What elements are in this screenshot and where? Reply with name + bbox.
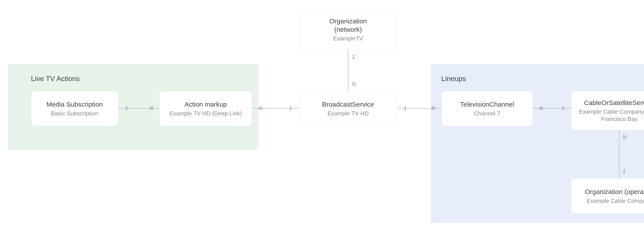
cardinality-label: 1 [352, 54, 355, 60]
node-title: Organization (operator) [585, 188, 644, 196]
node-title: TelevisionChannel [460, 100, 514, 109]
cardinality-label: 1 [289, 105, 292, 112]
group-title-live-tv-actions: Live TV Actions [31, 75, 80, 83]
diagram-canvas: Live TV Actions Lineups Organization (ne… [0, 0, 644, 226]
cardinality-label: 1 [622, 168, 626, 174]
cardinality-label: 1 [404, 105, 406, 112]
node-television-channel: TelevisionChannel Channel 7 [441, 91, 533, 126]
node-subtitle: Example TV HD [328, 110, 369, 117]
node-cable-or-satellite-service: CableOrSatelliteService Example Cable Co… [571, 91, 644, 130]
cardinality-label: N [539, 105, 543, 112]
cardinality-label: N [352, 81, 356, 87]
node-subtitle: Basic Subscription [51, 110, 98, 117]
node-organization-network: Organization (network) ExampleTV [299, 9, 397, 50]
node-title: Action markup [184, 100, 227, 109]
node-action-markup: Action markup Example TV HD (Deep Link) [159, 91, 252, 126]
node-subtitle: Example Cable Company - San Francisco Ba… [575, 108, 644, 122]
node-subtitle: ExampleTV [333, 35, 363, 42]
cardinality-label: N [258, 105, 262, 112]
cardinality-label: N [431, 105, 435, 112]
node-title: Organization (network) [329, 17, 367, 33]
node-organization-operator: Organization (operator) Example Cable Co… [571, 178, 644, 214]
cardinality-label: N [149, 105, 153, 112]
node-subtitle: Channel 7 [474, 110, 500, 117]
node-subtitle: Example TV HD (Deep Link) [170, 110, 242, 117]
cardinality-label: N [622, 134, 626, 140]
node-media-subscription: Media Subscription Basic Subscription [31, 91, 118, 126]
group-title-lineups: Lineups [441, 75, 466, 83]
node-title: CableOrSatelliteService [584, 99, 644, 107]
node-broadcast-service: BroadcastService Example TV HD [299, 91, 397, 126]
node-title: BroadcastService [322, 100, 374, 109]
cardinality-label: 1 [125, 105, 128, 112]
cardinality-label: 1 [562, 105, 564, 112]
node-subtitle: Example Cable Company [587, 197, 644, 205]
node-title: Media Subscription [46, 100, 103, 109]
